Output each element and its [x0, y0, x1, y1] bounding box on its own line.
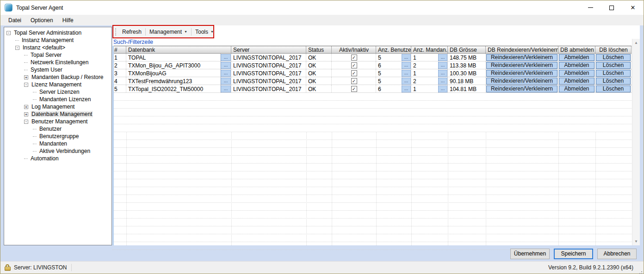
mandanten-count: 1: [413, 70, 416, 77]
active-checkbox[interactable]: ✓: [351, 55, 357, 61]
tree-item-topal-server-administration[interactable]: -Topal Server Administration: [4, 29, 111, 37]
search-filter-row[interactable]: Such-/Filterzeile: [112, 39, 640, 46]
reindex-button[interactable]: Reindexieren/Verkleinern: [486, 85, 557, 92]
col-header-aktiv[interactable]: Aktiv/Inaktiv: [332, 46, 376, 53]
tree-item-aktive-verbindungen[interactable]: Aktive Verbindungen: [4, 147, 111, 155]
tree-item-server-lizenzen[interactable]: Server Lizenzen: [4, 88, 111, 96]
abmelden-button[interactable]: Abmelden: [559, 70, 594, 77]
active-checkbox[interactable]: ✓: [351, 70, 357, 76]
col-header-datenbank[interactable]: Datenbank: [126, 46, 231, 53]
loeschen-button[interactable]: Löschen: [596, 54, 631, 61]
abmelden-button[interactable]: Abmelden: [559, 85, 594, 92]
expand-icon[interactable]: +: [24, 112, 28, 116]
tools-menu-button[interactable]: Tools▼: [192, 27, 217, 37]
col-header-loeschen[interactable]: DB löschen: [595, 46, 632, 53]
tree-item-instanz-default[interactable]: -Instanz <default>: [4, 44, 111, 51]
col-header-num[interactable]: #: [112, 46, 126, 53]
active-checkbox[interactable]: ✓: [351, 78, 357, 84]
management-menu-button[interactable]: Management▼: [146, 27, 191, 37]
collapse-icon[interactable]: -: [15, 46, 19, 50]
active-checkbox[interactable]: ✓: [351, 62, 357, 68]
users-detail-button[interactable]: ...: [402, 54, 411, 61]
collapse-icon[interactable]: -: [24, 83, 28, 87]
tree-item-mandanten-backup-restore[interactable]: +Mandanten Backup / Restore: [4, 73, 111, 81]
reindex-button[interactable]: Reindexieren/Verkleinern: [486, 62, 557, 69]
close-button[interactable]: ✕: [622, 0, 644, 15]
mandanten-detail-button[interactable]: ...: [438, 70, 447, 77]
resize-grip[interactable]: [641, 271, 642, 272]
users-detail-button[interactable]: ...: [402, 70, 411, 77]
users-detail-button[interactable]: ...: [402, 62, 411, 69]
table-row: 4 TXTestFremdwährung123 ... LIVINGSTON\T…: [112, 77, 632, 85]
reindex-button[interactable]: Reindexieren/Verkleinern: [486, 54, 557, 61]
database-detail-button[interactable]: ...: [221, 62, 231, 69]
database-detail-button[interactable]: ...: [221, 54, 231, 61]
loeschen-button[interactable]: Löschen: [596, 70, 631, 77]
navigation-tree: -Topal Server Administration Instanz Man…: [4, 27, 112, 245]
toolbar-grip[interactable]: [115, 28, 116, 36]
database-detail-button[interactable]: ...: [221, 78, 231, 85]
loeschen-button[interactable]: Löschen: [596, 78, 631, 85]
tree-item-benutzer-management[interactable]: -Benutzer Management: [4, 118, 111, 125]
reindex-button[interactable]: Reindexieren/Verkleinern: [486, 78, 557, 85]
database-name-cell[interactable]: TXTopal_ISO20022_TM50000: [126, 85, 221, 92]
chevron-down-icon: ▼: [211, 30, 214, 33]
database-detail-button[interactable]: ...: [221, 70, 231, 77]
uebernehmen-button[interactable]: Übernehmen: [510, 249, 550, 259]
tree-item-datenbank-management[interactable]: +Datenbank Management: [4, 110, 111, 118]
active-checkbox[interactable]: ✓: [351, 86, 357, 92]
database-name-cell[interactable]: TXMonBijouAG: [126, 69, 221, 77]
col-header-reindex[interactable]: DB Reindexieren/Verkleinern: [486, 46, 558, 53]
loeschen-button[interactable]: Löschen: [596, 85, 631, 92]
col-header-users[interactable]: Anz. Benutzer: [376, 46, 411, 53]
database-name-cell[interactable]: TXMon_Bijou_AG_APIT3000: [126, 61, 221, 69]
abbrechen-button[interactable]: Abbrechen: [597, 249, 637, 259]
close-icon: ✕: [631, 4, 636, 11]
database-detail-button[interactable]: ...: [221, 85, 231, 92]
tree-item-system-user[interactable]: System User: [4, 66, 111, 73]
mandanten-detail-button[interactable]: ...: [438, 54, 447, 61]
vertical-scrollbar[interactable]: ▲ ▼: [632, 39, 640, 245]
tree-item-lizenz-management[interactable]: -Lizenz Management: [4, 81, 111, 88]
mandanten-detail-button[interactable]: ...: [438, 78, 447, 85]
expand-icon[interactable]: +: [24, 75, 28, 79]
menu-hilfe[interactable]: Hilfe: [58, 16, 78, 25]
col-header-size[interactable]: DB Grösse: [448, 46, 486, 53]
col-header-abmelden[interactable]: DB abmelden: [558, 46, 595, 53]
expand-icon[interactable]: +: [24, 105, 28, 109]
speichern-button[interactable]: Speichern: [554, 249, 593, 259]
users-detail-button[interactable]: ...: [402, 85, 411, 92]
col-header-status[interactable]: Status: [306, 46, 332, 53]
tree-item-mandanten[interactable]: Mandanten: [4, 140, 111, 147]
col-header-mandanten[interactable]: Anz. Mandan...: [411, 46, 448, 53]
abmelden-button[interactable]: Abmelden: [559, 54, 594, 61]
tree-connector: [24, 55, 28, 55]
users-detail-button[interactable]: ...: [402, 78, 411, 85]
tree-item-benutzergruppe[interactable]: Benutzergruppe: [4, 133, 111, 140]
abmelden-button[interactable]: Abmelden: [559, 62, 594, 69]
tree-item-mandanten-lizenzen[interactable]: Mandanten Lizenzen: [4, 96, 111, 103]
tree-item-netzwerk-einstellungen[interactable]: Netzwerk Einstellungen: [4, 59, 111, 66]
abmelden-button[interactable]: Abmelden: [559, 78, 594, 85]
tree-item-topal-server[interactable]: Topal Server: [4, 51, 111, 59]
scroll-up-icon[interactable]: ▲: [632, 39, 640, 47]
collapse-icon[interactable]: -: [6, 31, 11, 35]
menu-datei[interactable]: Datei: [4, 16, 26, 25]
database-name-cell[interactable]: TXTestFremdwährung123: [126, 77, 221, 85]
refresh-button[interactable]: Refresh: [118, 27, 145, 37]
minimize-button[interactable]: [580, 0, 601, 15]
menu-optionen[interactable]: Optionen: [26, 16, 58, 25]
tree-item-benutzer[interactable]: Benutzer: [4, 125, 111, 133]
mandanten-detail-button[interactable]: ...: [438, 85, 447, 92]
col-header-server[interactable]: Server: [231, 46, 306, 53]
scroll-down-icon[interactable]: ▼: [632, 237, 640, 245]
collapse-icon[interactable]: -: [24, 120, 28, 124]
reindex-button[interactable]: Reindexieren/Verkleinern: [486, 70, 557, 77]
mandanten-detail-button[interactable]: ...: [438, 62, 447, 69]
tree-item-automation[interactable]: Automation: [4, 155, 111, 162]
loeschen-button[interactable]: Löschen: [596, 62, 631, 69]
tree-item-log-management[interactable]: +Log Management: [4, 103, 111, 110]
maximize-button[interactable]: [601, 0, 622, 15]
database-name-cell[interactable]: TOPAL: [126, 54, 221, 61]
tree-item-instanz-management[interactable]: Instanz Management: [4, 37, 111, 44]
